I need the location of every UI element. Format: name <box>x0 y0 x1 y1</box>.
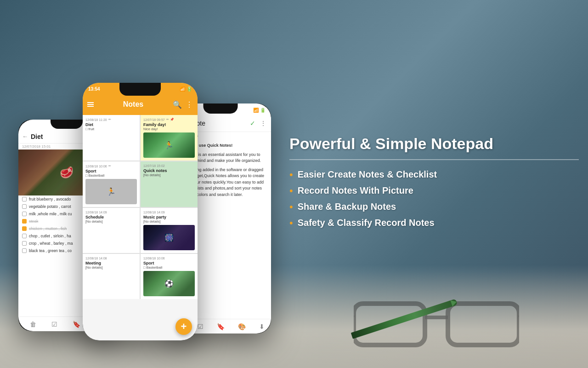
feature-item-2: • Record Notes With Picture <box>289 185 579 196</box>
back-icon[interactable]: ← <box>22 133 28 140</box>
note-card-sport2[interactable]: 12/08/18 10:06 Sport □ Basketball ⚽ <box>141 254 198 299</box>
headline: Powerful & Simple Notepad <box>289 134 579 153</box>
bullet-4: • <box>289 218 293 228</box>
download-icon[interactable]: ⬇ <box>259 323 265 330</box>
note-title: Sport <box>85 169 137 173</box>
feature-item-1: • Easier Create Notes & Checklist <box>289 169 579 180</box>
checkbox[interactable] <box>22 204 27 209</box>
check-icon[interactable]: ☑ <box>198 323 204 330</box>
checkbox[interactable] <box>22 234 27 238</box>
note-title: Diet <box>85 122 137 127</box>
item-text-strike: steak <box>29 219 38 224</box>
notes-header-title: Notes <box>97 100 169 109</box>
note-title: Music party <box>143 215 195 219</box>
feature-text-4: Safety & Classify Record Notes <box>298 218 435 228</box>
qn-status-icons: 📶 🔋 <box>253 108 266 113</box>
note-card-schedule[interactable]: 12/08/18 14:09 Schedule [No details] <box>83 208 140 253</box>
feature-text-2: Record Notes With Picture <box>298 185 413 196</box>
note-meta: 12/08/18 10:06 <box>143 257 195 260</box>
phones-area: ← Diet 12/07/2018 15:01 🥩 fruit blueberr… <box>9 23 271 345</box>
fab-add-button[interactable]: + <box>175 318 192 335</box>
note-sub: [No details] <box>143 219 195 224</box>
note-meta: 12/08/18 14:09 <box>143 211 195 214</box>
check-action-icon[interactable]: ✓ <box>250 120 255 127</box>
right-panel: Powerful & Simple Notepad • Easier Creat… <box>271 134 579 234</box>
bookmark-icon[interactable]: 🔖 <box>217 323 225 330</box>
feature-item-4: • Safety & Classify Record Notes <box>289 218 579 228</box>
feature-text-3: Share & Backup Notes <box>298 201 396 212</box>
feature-item-3: • Share & Backup Notes <box>289 201 579 212</box>
main-content: ← Diet 12/07/2018 15:01 🥩 fruit blueberr… <box>0 0 588 368</box>
item-text: fruit blueberry , avocado <box>29 197 71 201</box>
center-notch <box>119 83 161 96</box>
feature-text-1: Easier Create Notes & Checklist <box>298 169 437 180</box>
note-sub: □ fruit <box>85 127 137 131</box>
diet-title: Diet <box>31 133 43 140</box>
item-text: black tea , green tea , co <box>29 248 72 253</box>
note-card-meeting[interactable]: 12/08/18 14:08 Meeting [No details] <box>83 254 140 299</box>
more-action-icon[interactable]: ⋮ <box>260 120 266 127</box>
qn-header-actions: ✓ ⋮ <box>250 120 266 127</box>
note-title: Sport <box>143 261 195 265</box>
check-icon[interactable]: ☑ <box>51 321 57 328</box>
note-meta: 12/08/18 10:06 ✏ <box>85 164 137 168</box>
palette-icon[interactable]: 🎨 <box>238 323 246 330</box>
note-card-family[interactable]: 12/07/18 09:57 ✏ 📌 Family day! Nice day!… <box>141 115 198 161</box>
item-text-strike: chicken , mutton , fish <box>29 226 67 231</box>
status-icons: 📶 🔋 <box>180 86 192 92</box>
note-meta: 12/07/18 15:02 <box>143 164 195 167</box>
note-card-sport[interactable]: 12/08/18 10:06 ✏ Sport □ Basketball 🏃 <box>83 161 140 207</box>
menu-icon[interactable] <box>87 102 94 107</box>
bookmark-icon[interactable]: 🔖 <box>73 321 80 328</box>
left-notch <box>51 120 83 129</box>
note-image: 🏃 <box>85 179 137 204</box>
note-meta: 12/08/18 14:08 <box>85 257 137 260</box>
note-sub: [No details] <box>85 219 137 224</box>
item-text: vegetable potato , carrot <box>29 204 71 209</box>
checkbox-checked[interactable] <box>22 219 27 224</box>
note-sub: □ Basketball <box>85 173 137 178</box>
bullet-3: • <box>289 202 293 212</box>
note-sub: [No details] <box>85 265 137 270</box>
item-text: milk ,whole mile , milk cu <box>29 212 72 216</box>
note-meta: 12/08/18 11:20 ✏ <box>85 118 137 121</box>
right-notch <box>204 104 238 114</box>
note-title: Meeting <box>85 261 137 265</box>
note-sub: [No details] <box>143 173 195 177</box>
search-icon[interactable]: 🔍 <box>173 100 182 109</box>
checkbox[interactable] <box>22 241 27 246</box>
phone-center: 13:54 📶 🔋 Notes 🔍 ⋮ <box>83 83 198 340</box>
note-image: 🏃 <box>143 132 195 158</box>
note-card-quick[interactable]: 12/07/18 15:02 Quick notes [No details] <box>141 161 198 207</box>
bullet-2: • <box>289 186 293 196</box>
note-image: 🎆 <box>143 225 195 250</box>
item-text: crop , wheat , barley , ma <box>29 241 73 246</box>
note-title: Quick notes <box>143 168 195 173</box>
note-sub: □ Basketball <box>143 265 195 270</box>
checkbox[interactable] <box>22 197 27 201</box>
notes-grid: 12/08/18 11:20 ✏ Diet □ fruit 12/07/18 0… <box>83 115 198 299</box>
more-icon[interactable]: ⋮ <box>186 100 193 109</box>
note-title: Family day! <box>143 122 195 127</box>
trash-icon[interactable]: 🗑 <box>30 321 36 328</box>
note-image: ⚽ <box>143 271 195 296</box>
bullet-1: • <box>289 170 293 180</box>
note-sub: Nice day! <box>143 127 195 131</box>
notes-screen: 13:54 📶 🔋 Notes 🔍 ⋮ <box>83 83 198 340</box>
checkbox[interactable] <box>22 212 27 216</box>
checkbox-checked[interactable] <box>22 226 27 231</box>
note-title: Schedule <box>85 215 137 219</box>
time-display: 13:54 <box>88 86 100 92</box>
item-text: chop , cutlet , sirloin , ha <box>29 234 71 238</box>
note-card-diet[interactable]: 12/08/18 11:20 ✏ Diet □ fruit <box>83 115 140 161</box>
note-meta: 12/07/18 09:57 ✏ 📌 <box>143 118 195 121</box>
note-card-music[interactable]: 12/08/18 14:09 Music party [No details] … <box>141 208 198 253</box>
divider <box>289 159 579 160</box>
notes-header: Notes 🔍 ⋮ <box>83 94 198 115</box>
checkbox[interactable] <box>22 248 27 253</box>
note-meta: 12/08/18 14:09 <box>85 211 137 214</box>
